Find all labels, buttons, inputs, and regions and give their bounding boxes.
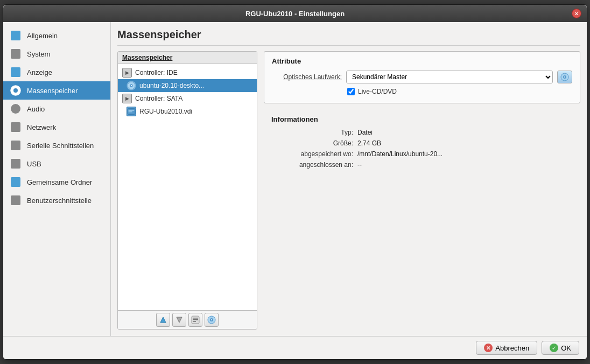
allgemein-icon — [10, 30, 22, 41]
right-panel: Attribute Optisches Laufwerk: Primärer M… — [264, 51, 580, 330]
svg-rect-2 — [11, 67, 20, 77]
page-title: Massenspeicher — [117, 29, 580, 46]
attributes-title: Attribute — [272, 57, 572, 65]
sidebar-item-anzeige[interactable]: Anzeige — [3, 63, 110, 81]
sidebar-item-serielle[interactable]: Serielle Schnittstellen — [3, 136, 110, 155]
live-cd-row: Live-CD/DVD — [347, 88, 572, 95]
add-storage-button[interactable] — [156, 313, 170, 327]
optical-drive-row: Optisches Laufwerk: Primärer MasterPrimä… — [272, 71, 572, 83]
image-select-button[interactable] — [205, 313, 219, 327]
info-row-2: abgespeichert wo:/mnt/Daten/Linux/ubuntu… — [271, 150, 573, 158]
tree-item-label-1: ubuntu-20.10-deskto... — [139, 82, 204, 89]
serielle-icon — [10, 139, 22, 151]
live-cd-checkbox[interactable] — [347, 88, 355, 95]
optical-drive-label: Optisches Laufwerk: — [272, 73, 342, 81]
info-key-2: abgespeichert wo: — [271, 150, 357, 158]
close-button[interactable]: × — [572, 9, 581, 18]
massenspeicher-icon — [10, 85, 22, 96]
svg-rect-21 — [193, 319, 198, 320]
cancel-icon: ✕ — [484, 344, 493, 352]
storage-properties-button[interactable] — [188, 313, 202, 327]
info-row-1: Größe:2,74 GB — [271, 139, 573, 147]
cdrom-icon-1 — [127, 81, 136, 90]
tree-header: Massenspeicher — [118, 52, 257, 64]
svg-marker-18 — [177, 317, 182, 323]
sidebar-item-label-massenspeicher: Massenspeicher — [27, 87, 78, 95]
sidebar-item-gemeinsame[interactable]: Gemeinsame Ordner — [3, 173, 110, 191]
netzwerk-icon — [10, 121, 22, 133]
info-key-0: Typ: — [271, 129, 357, 136]
tree-item-0[interactable]: ▶Controller: IDE — [118, 66, 257, 79]
sidebar-item-label-usb: USB — [27, 160, 41, 168]
optical-drive-browse-button[interactable] — [557, 71, 572, 83]
sidebar-item-label-gemeinsame: Gemeinsame Ordner — [27, 178, 92, 186]
ok-label: OK — [561, 344, 571, 352]
sidebar-item-label-serielle: Serielle Schnittstellen — [27, 142, 94, 150]
info-val-0: Datei — [357, 129, 573, 136]
sidebar-item-audio[interactable]: Audio — [3, 100, 110, 118]
sidebar-item-label-allgemein: Allgemein — [27, 32, 58, 40]
storage-tree-panel: Massenspeicher ▶Controller: IDEubuntu-20… — [117, 51, 257, 330]
svg-marker-17 — [160, 317, 166, 323]
svg-rect-6 — [11, 122, 20, 132]
ide-icon-0: ▶ — [122, 68, 132, 78]
info-key-3: angeschlossen an: — [271, 161, 357, 169]
svg-rect-22 — [193, 321, 196, 322]
titlebar: RGU-Ubu2010 - Einstellungen × — [3, 5, 587, 22]
info-title: Informationen — [271, 115, 573, 123]
info-val-1: 2,74 GB — [357, 139, 573, 147]
sidebar-item-massenspeicher[interactable]: Massenspeicher — [3, 81, 110, 100]
tree-item-label-2: Controller: SATA — [135, 95, 182, 102]
sidebar-item-label-benutzerschnittstelle: Benutzerschnittstelle — [27, 197, 92, 205]
sidebar-item-netzwerk[interactable]: Netzwerk — [3, 118, 110, 136]
anzeige-icon — [10, 66, 22, 78]
svg-rect-16 — [129, 111, 132, 112]
svg-point-5 — [11, 104, 20, 114]
svg-point-4 — [13, 88, 18, 93]
sidebar-item-usb[interactable]: USB — [3, 155, 110, 173]
cancel-label: Abbrechen — [495, 344, 529, 352]
tree-item-1[interactable]: ubuntu-20.10-deskto... — [118, 79, 257, 92]
footer: ✕ Abbrechen ✓ OK — [3, 336, 587, 359]
remove-storage-button[interactable] — [172, 313, 186, 327]
gemeinsame-icon — [10, 176, 22, 188]
usb-icon — [10, 158, 22, 170]
sidebar-item-system[interactable]: System — [3, 45, 110, 63]
sidebar-item-allgemein[interactable]: Allgemein — [3, 26, 110, 45]
info-rows: Typ:DateiGröße:2,74 GBabgespeichert wo:/… — [271, 129, 573, 169]
system-icon — [10, 48, 22, 60]
audio-icon — [10, 103, 22, 115]
optical-drive-select[interactable]: Primärer MasterPrimärer SlaveSekundärer … — [346, 71, 553, 83]
svg-rect-15 — [129, 110, 135, 110]
svg-rect-9 — [11, 177, 20, 187]
svg-rect-1 — [11, 49, 20, 59]
sidebar-item-label-anzeige: Anzeige — [27, 68, 52, 76]
svg-rect-10 — [11, 195, 20, 205]
panels: Massenspeicher ▶Controller: IDEubuntu-20… — [117, 51, 580, 330]
tree-item-2[interactable]: ▶Controller: SATA — [118, 92, 257, 105]
sata-icon-2: ▶ — [122, 94, 132, 103]
attributes-section: Attribute Optisches Laufwerk: Primärer M… — [264, 51, 580, 103]
svg-rect-8 — [11, 159, 20, 169]
sidebar-item-label-audio: Audio — [27, 105, 45, 113]
ok-button[interactable]: ✓ OK — [542, 341, 579, 355]
content-area: AllgemeinSystemAnzeigeMassenspeicherAudi… — [3, 22, 587, 336]
cancel-button[interactable]: ✕ Abbrechen — [476, 341, 537, 355]
sidebar-item-label-netzwerk: Netzwerk — [27, 123, 56, 131]
tree-item-label-0: Controller: IDE — [135, 69, 178, 76]
info-key-1: Größe: — [271, 139, 357, 147]
info-row-3: angeschlossen an:-- — [271, 161, 573, 169]
svg-point-25 — [211, 319, 212, 320]
svg-rect-20 — [193, 318, 198, 319]
sidebar-item-benutzerschnittstelle[interactable]: Benutzerschnittstelle — [3, 191, 110, 209]
svg-point-28 — [564, 76, 565, 78]
tree-item-label-3: RGU-Ubu2010.vdi — [139, 108, 192, 115]
benutzerschnittstelle-icon — [10, 194, 22, 206]
tree-item-3[interactable]: RGU-Ubu2010.vdi — [118, 105, 257, 118]
info-val-2: /mnt/Daten/Linux/ubuntu-20... — [357, 150, 573, 158]
live-cd-label: Live-CD/DVD — [358, 88, 397, 95]
svg-rect-0 — [11, 31, 20, 40]
window-title: RGU-Ubu2010 - Einstellungen — [245, 10, 345, 18]
tree-area[interactable]: ▶Controller: IDEubuntu-20.10-deskto...▶C… — [118, 64, 257, 310]
vdi-icon-3 — [127, 107, 136, 116]
